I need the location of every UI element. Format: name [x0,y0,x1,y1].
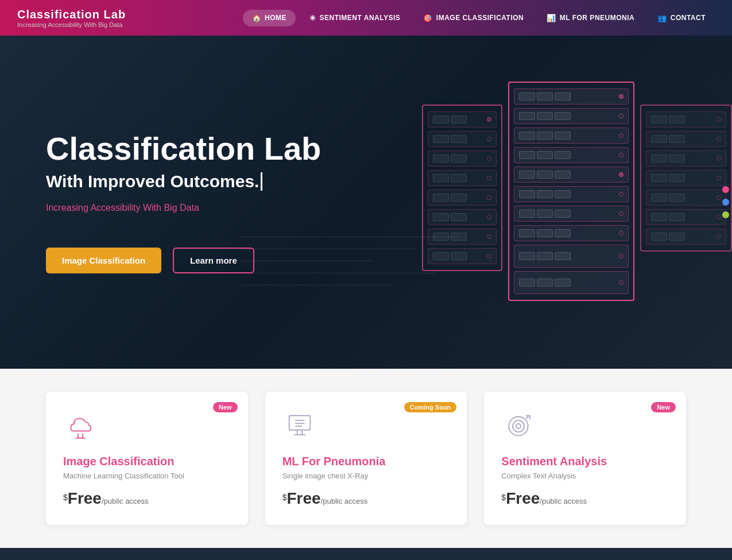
contact-icon: 👥 [657,14,667,22]
hero-tagline: Increasing Accessibility With Big Data [46,203,362,213]
card-price-sentiment: $Free/public access [501,489,669,508]
server-unit [514,128,629,144]
dollar-sign: $ [63,493,68,502]
target-icon [501,409,536,443]
monitor-icon [282,409,317,443]
svg-point-11 [513,420,524,432]
card-title-image: Image Classification [63,455,231,468]
learn-more-button[interactable]: Learn more [173,248,254,273]
hero-visuals [422,82,732,301]
home-icon: 🏠 [252,14,262,22]
server-rack-left [422,105,502,271]
nav-image-class[interactable]: 🎯 IMAGE CLASSIFICATION [414,10,533,26]
badge-new-image: New [213,402,238,412]
server-unit [646,209,726,225]
server-unit [514,271,629,294]
dot-green [722,211,729,218]
cards-section: New Image Classification Machine Learnin… [0,369,732,548]
hero-section: Classification Lab With Improved Outcome… [0,36,732,369]
nav-ml-pneumonia[interactable]: 📊 ML FOR PNEUMONIA [537,10,644,26]
card-desc-image: Machine Learning Classification Tool [63,472,231,480]
svg-point-12 [516,424,521,428]
server-unit [514,88,629,105]
hero-content: Classification Lab With Improved Outcome… [46,131,362,274]
card-title-sentiment: Sentiment Analysis [501,455,669,468]
card-desc-ml: Single image chest X-Ray [282,472,450,480]
server-unit [428,229,497,245]
nav-ml-label: ML FOR PNEUMONIA [560,14,634,22]
brand: Classification Lab Increasing Accessibil… [17,8,126,28]
server-unit [428,248,497,264]
sentiment-icon: ✳ [309,14,316,22]
server-unit [428,131,497,147]
server-rack-right [640,105,732,252]
nav-home-label: HOME [265,14,286,22]
server-unit [428,170,497,186]
dot-red [722,186,729,193]
nav-links: 🏠 HOME ✳ SENTIMENT ANALYSIS 🎯 IMAGE CLAS… [243,10,715,26]
brand-title: Classification Lab [17,8,126,21]
server-unit [514,108,629,124]
server-unit [514,147,629,163]
server-unit [646,111,726,128]
dollar-sign-3: $ [501,493,506,502]
server-unit [646,190,726,206]
side-dots [722,186,732,218]
brand-subtitle: Increasing Accessibility With Big Data [17,21,126,28]
badge-soon-ml: Coming Soon [404,402,457,412]
server-rack-center [508,82,634,301]
image-classification-button[interactable]: Image Classification [46,248,161,273]
nav-contact[interactable]: 👥 CONTACT [648,10,715,26]
ml-pneumonia-icon: 📊 [547,14,556,22]
nav-contact-label: CONTACT [671,14,706,22]
cursor [261,172,262,191]
server-unit [514,225,629,241]
server-unit [646,229,726,245]
dot-blue [722,199,729,206]
server-unit [428,209,497,225]
nav-sentiment[interactable]: ✳ SENTIMENT ANALYSIS [300,10,409,26]
server-unit [514,167,629,183]
server-unit [514,186,629,202]
navbar: Classification Lab Increasing Accessibil… [0,0,732,36]
cloud-icon [63,409,98,443]
hero-subtitle: With Improved Outcomes. [46,172,362,191]
nav-image-class-label: IMAGE CLASSIFICATION [436,14,524,22]
card-price-image: $Free/public access [63,489,231,508]
server-unit [428,150,497,167]
server-unit [646,131,726,147]
hero-title: Classification Lab [46,131,362,167]
server-unit [514,206,629,222]
card-title-ml: ML For Pneumonia [282,455,450,468]
card-ml-pneumonia: Coming Soon ML For Pneumonia Single imag… [265,392,467,525]
card-price-ml: $Free/public access [282,489,450,508]
badge-new-sentiment: New [651,402,676,412]
image-class-icon: 🎯 [423,14,433,22]
server-unit [646,150,726,167]
svg-point-10 [509,416,528,435]
card-desc-sentiment: Complex Text Analysis [501,472,669,480]
server-unit [514,245,629,268]
card-sentiment: New Sentiment Analysis Complex Text Anal… [484,392,686,525]
server-unit [428,111,497,128]
server-unit [428,190,497,206]
card-image-classification: New Image Classification Machine Learnin… [46,392,248,525]
nav-home[interactable]: 🏠 HOME [243,10,296,26]
server-unit [646,170,726,186]
hero-buttons: Image Classification Learn more [46,248,362,273]
nav-sentiment-label: SENTIMENT ANALYSIS [320,14,401,22]
line-5 [241,285,394,285]
